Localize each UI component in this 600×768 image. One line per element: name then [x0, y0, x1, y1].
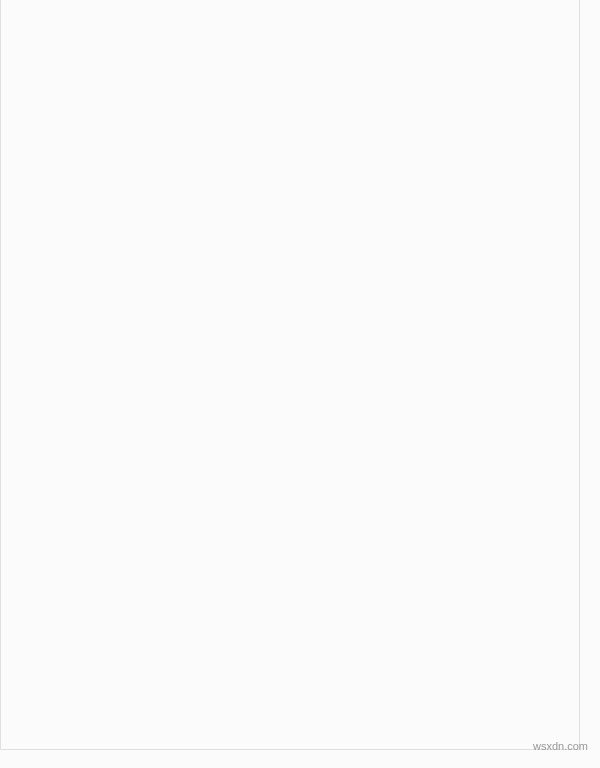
watermark: wsxdn.com: [533, 737, 580, 750]
